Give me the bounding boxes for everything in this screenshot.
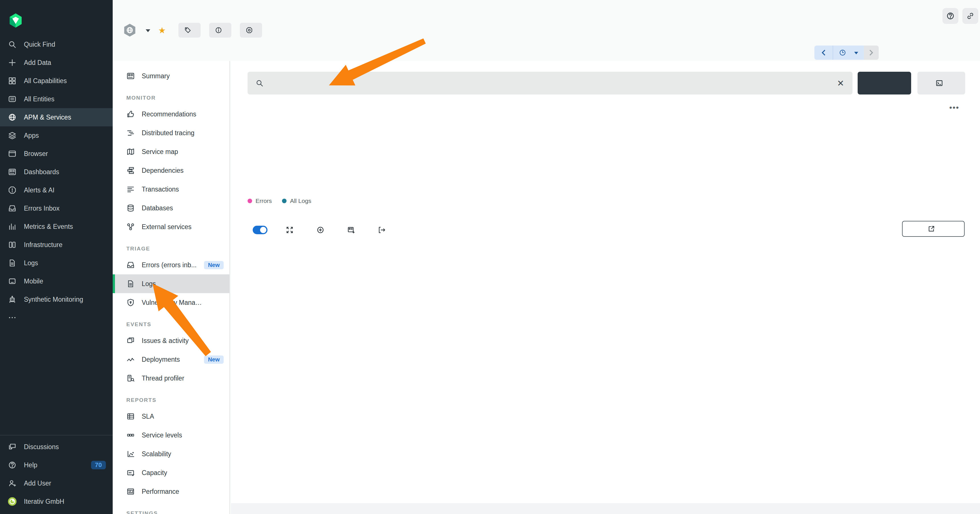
new-relic-logo[interactable] <box>0 0 113 32</box>
time-forward-button[interactable] <box>864 46 879 60</box>
sidebar-footer-add-user[interactable]: Add User <box>0 474 113 492</box>
entity-hexagon-icon <box>123 23 137 38</box>
subnav-item-summary[interactable]: Summary <box>113 67 229 85</box>
subnav-item-sla[interactable]: SLA <box>113 407 229 426</box>
sidebar-item-label: Alerts & AI <box>24 186 54 194</box>
legend-item-all-logs[interactable]: All Logs <box>282 197 311 204</box>
sidebar-item-metrics-events[interactable]: Metrics & Events <box>0 218 113 236</box>
sidebar-item-mobile[interactable]: Mobile <box>0 272 113 290</box>
subnav-item-capacity[interactable]: Capacity <box>113 463 229 482</box>
subnav-item-label: Logs <box>142 280 156 288</box>
sidebar-item-all-entities[interactable]: All Entities <box>0 90 113 108</box>
panel-menu-icon[interactable]: ••• <box>949 103 959 112</box>
sidebar-item-apps[interactable]: Apps <box>0 126 113 145</box>
inbox-icon <box>126 261 135 269</box>
add-column-button[interactable] <box>317 226 329 234</box>
expand-table-button[interactable] <box>286 226 298 234</box>
subnav-item-vulnerability-management[interactable]: Vulnerability Management <box>113 293 229 312</box>
subnav-item-databases[interactable]: Databases <box>113 199 229 218</box>
sidebar-item-add-data[interactable]: Add Data <box>0 54 113 72</box>
sidebar-item-label: Metrics & Events <box>24 223 73 231</box>
subnav-item-performance[interactable]: Performance <box>113 482 229 501</box>
sidebar-item-dashboards[interactable]: Dashboards <box>0 163 113 181</box>
query-logs-button[interactable] <box>858 72 911 94</box>
subnav-item-scalability[interactable]: Scalability <box>113 444 229 463</box>
subnav-item-service-map[interactable]: Service map <box>113 142 229 161</box>
thread-icon <box>126 374 135 382</box>
tracing-icon <box>126 129 135 137</box>
doc-icon <box>8 259 16 267</box>
subnav-item-label: Transactions <box>142 186 179 193</box>
sidebar-footer-iterativ-gmbh[interactable]: Iterativ GmbH <box>0 492 113 511</box>
workloads-button[interactable] <box>240 23 262 38</box>
sidebar-item-label: Infrastructure <box>24 241 63 249</box>
copy-link-button[interactable] <box>963 8 978 24</box>
sidebar-item-label: Errors Inbox <box>24 205 59 212</box>
help-button[interactable] <box>942 8 958 24</box>
sidebar-item-alerts-ai[interactable]: Alerts & AI <box>0 181 113 199</box>
shield-icon <box>126 298 135 307</box>
tags-button[interactable] <box>178 23 200 38</box>
subnav-item-label: Scalability <box>142 450 171 458</box>
expand-logs-toggle[interactable] <box>248 226 267 234</box>
sidebar-footer-help[interactable]: Help70 <box>0 456 113 474</box>
breadcrumb <box>134 8 138 15</box>
clear-search-button[interactable]: ✕ <box>832 75 849 92</box>
time-picker[interactable] <box>815 46 879 60</box>
sidebar-item-apm-services[interactable]: APM & Services <box>0 108 113 126</box>
toggle-on-icon[interactable] <box>253 226 267 234</box>
subnav-item-label: Distributed tracing <box>142 129 194 137</box>
alert-icon <box>8 186 16 194</box>
time-range-selector[interactable] <box>833 46 864 60</box>
sidebar-item-more[interactable] <box>0 309 113 327</box>
log-search-bar[interactable]: ✕ <box>248 72 853 94</box>
legend-dot-icon <box>282 199 286 203</box>
sidebar-item-browser[interactable]: Browser <box>0 145 113 163</box>
sidebar-item-quick-find[interactable]: Quick Find <box>0 35 113 54</box>
sidebar-footer-label: Iterativ GmbH <box>24 498 64 506</box>
avatar-icon <box>8 497 16 506</box>
subnav-item-distributed-tracing[interactable]: Distributed tracing <box>113 124 229 142</box>
subnav-item-transactions[interactable]: Transactions <box>113 180 229 199</box>
subnav-item-dependencies[interactable]: Dependencies <box>113 161 229 180</box>
metadata-button[interactable] <box>209 23 231 38</box>
sidebar-item-errors-inbox[interactable]: Errors Inbox <box>0 199 113 218</box>
infra-icon <box>8 240 16 249</box>
external-link-icon <box>928 225 935 232</box>
sidebar-item-synthetic-monitoring[interactable]: Synthetic Monitoring <box>0 290 113 309</box>
sidebar-item-label: Mobile <box>24 277 43 285</box>
nrql-button[interactable] <box>917 72 965 94</box>
browser-icon <box>8 150 16 158</box>
sidebar-footer-discussions[interactable]: Discussions <box>0 438 113 456</box>
export-button[interactable] <box>378 226 390 234</box>
sidebar-item-logs[interactable]: Logs <box>0 254 113 272</box>
time-back-button[interactable] <box>815 46 833 60</box>
favorite-star-icon[interactable]: ★ <box>158 25 166 35</box>
map-icon <box>126 147 135 156</box>
subnav-item-label: Databases <box>142 204 173 212</box>
open-in-logs-button[interactable] <box>902 221 965 237</box>
subnav-section-reports: REPORTS <box>113 393 229 407</box>
subnav-item-thread-profiler[interactable]: Thread profiler <box>113 369 229 388</box>
logs-timeseries-chart <box>239 124 980 201</box>
subnav-item-recommendations[interactable]: Recommendations <box>113 105 229 124</box>
sidebar-item-label: Synthetic Monitoring <box>24 296 83 303</box>
subnav-item-service-levels[interactable]: Service levels <box>113 426 229 444</box>
subnav-item-logs[interactable]: Logs <box>113 274 229 293</box>
search-icon <box>256 79 264 87</box>
add-to-dashboard-button[interactable] <box>347 226 360 234</box>
sidebar-item-infrastructure[interactable]: Infrastructure <box>0 236 113 254</box>
legend-item-errors[interactable]: Errors <box>248 197 272 204</box>
subnav-item-external-services[interactable]: External services <box>113 218 229 236</box>
perf-icon <box>126 487 135 496</box>
entity-dropdown-chevron-icon[interactable] <box>146 29 150 32</box>
link-icon <box>966 12 975 20</box>
subnav-item-issues-activity[interactable]: Issues & activity <box>113 331 229 350</box>
dashboard-add-icon <box>347 226 355 234</box>
top-header: ★ <box>113 0 980 61</box>
subnav-item-label: Errors (errors inb... <box>142 261 197 269</box>
subnav-item-errors-errors-inb[interactable]: Errors (errors inb...New <box>113 256 229 274</box>
sidebar-item-all-capabilities[interactable]: All Capabilities <box>0 72 113 90</box>
subnav-item-label: External services <box>142 223 191 231</box>
subnav-item-deployments[interactable]: DeploymentsNew <box>113 350 229 369</box>
